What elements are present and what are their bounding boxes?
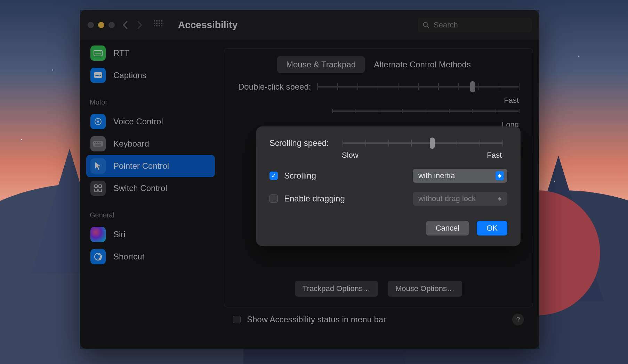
dragging-mode-popup: without drag lock [413, 192, 507, 206]
system-preferences-window: Accessibility Search RTT Captions Motor [80, 10, 539, 349]
chevron-up-down-icon [496, 194, 504, 203]
enable-dragging-checkbox[interactable] [269, 195, 278, 203]
enable-dragging-label: Enable dragging [284, 194, 345, 204]
dragging-mode-value: without drag lock [418, 194, 476, 203]
scrolling-speed-label: Scrolling speed: [269, 138, 336, 148]
trackpad-options-sheet: Scrolling speed: Slow Fast Scrolling wit… [256, 126, 521, 246]
scrolling-mode-value: with inertia [418, 171, 455, 180]
scrolling-speed-slider[interactable] [343, 138, 502, 148]
scrolling-slow-label: Slow [342, 151, 359, 160]
scrolling-mode-popup[interactable]: with inertia [413, 169, 507, 183]
scrolling-fast-label: Fast [487, 151, 502, 160]
scrolling-label: Scrolling [284, 171, 316, 181]
cancel-button[interactable]: Cancel [426, 221, 469, 235]
chevron-up-down-icon [496, 171, 504, 180]
ok-button[interactable]: OK [477, 221, 507, 235]
scrolling-checkbox[interactable] [269, 172, 278, 180]
